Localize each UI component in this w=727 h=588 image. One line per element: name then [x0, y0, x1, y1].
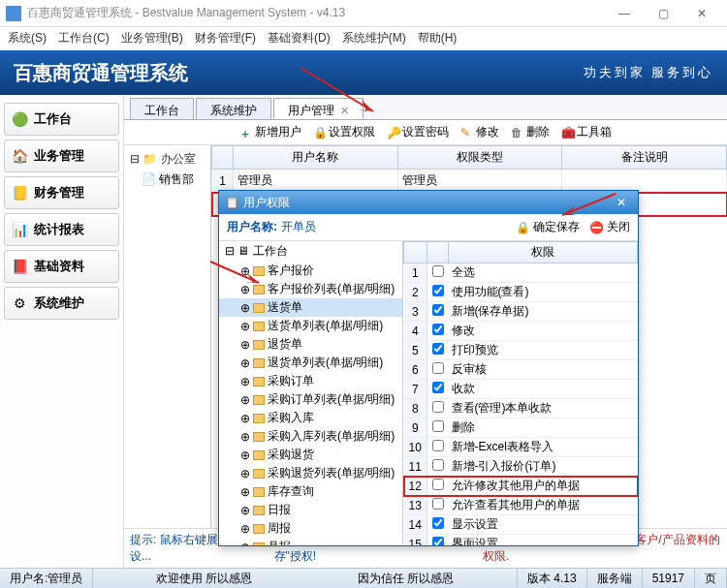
status-bar: 用户名:管理员 欢迎使用 所以感恩 因为信任 所以感恩 版本 4.13 服务端 …	[0, 568, 727, 588]
dept-tree[interactable]: ⊟ 📁 办公室 📄 销售部	[124, 145, 211, 568]
perm-row[interactable]: 11新增-引入报价(订单)	[404, 457, 638, 477]
perm-tree-item[interactable]: ⊕库存查询	[219, 482, 402, 501]
menu-4[interactable]: 基础资料(D)	[262, 27, 336, 50]
close-button[interactable]: ✕	[682, 0, 721, 27]
perm-tree-item[interactable]: ⊕日报	[219, 501, 402, 519]
sidebar-item-4[interactable]: 📕基础资料	[4, 250, 119, 283]
perm-tree-item[interactable]: ⊕月报	[219, 538, 402, 545]
window-title: 百惠商贸通管理系统 - Bestvalue Management System …	[27, 5, 605, 21]
sidebar-item-0[interactable]: 🟢工作台	[4, 103, 119, 136]
menubar: 系统(S)工作台(C)业务管理(B)财务管理(F)基础资料(D)系统维护(M)帮…	[0, 27, 727, 50]
sidebar: 🟢工作台🏠业务管理📒财务管理📊统计报表📕基础资料⚙系统维护	[0, 95, 124, 568]
perm-row[interactable]: 9删除	[404, 418, 638, 438]
svg-line-4	[562, 194, 616, 215]
user-name-value: 开单员	[281, 219, 316, 235]
maximize-button[interactable]: ▢	[644, 0, 682, 27]
sidebar-item-5[interactable]: ⚙系统维护	[4, 287, 119, 320]
menu-5[interactable]: 系统维护(M)	[336, 27, 412, 50]
perm-checkbox[interactable]	[432, 479, 444, 490]
svg-marker-1	[359, 100, 373, 111]
sidebar-item-2[interactable]: 📒财务管理	[4, 176, 119, 209]
toolbtn-0[interactable]: ＋新增用户	[239, 124, 301, 140]
perm-tree-item[interactable]: ⊕周报	[219, 519, 402, 538]
perm-row[interactable]: 10新增-Excel表格导入	[404, 438, 638, 457]
perm-tree-item[interactable]: ⊕采购退货	[219, 446, 402, 464]
banner-slogan: 功夫到家 服务到心	[584, 64, 713, 81]
menu-3[interactable]: 财务管理(F)	[189, 27, 262, 50]
status-version: 版本 4.13	[518, 569, 587, 588]
perm-checkbox[interactable]	[432, 537, 444, 545]
status-user: 用户名:管理员	[0, 569, 93, 588]
perm-tree-item[interactable]: ⊕采购入库	[219, 409, 402, 427]
perm-tree-item[interactable]: ⊕采购入库列表(单据/明细)	[219, 427, 402, 446]
menu-6[interactable]: 帮助(H)	[412, 27, 463, 50]
perm-checkbox[interactable]	[432, 459, 444, 471]
tab-0[interactable]: 工作台	[130, 98, 194, 119]
status-pages: 页	[695, 569, 727, 588]
perm-checkbox[interactable]	[432, 440, 444, 451]
perm-tree-item[interactable]: ⊕采购退货列表(单据/明细)	[219, 464, 402, 482]
menu-0[interactable]: 系统(S)	[2, 27, 52, 50]
svg-line-0	[300, 68, 373, 111]
app-icon	[6, 6, 21, 21]
sidebar-item-3[interactable]: 📊统计报表	[4, 213, 119, 246]
banner-title: 百惠商贸通管理系统	[14, 60, 188, 86]
sidebar-item-1[interactable]: 🏠业务管理	[4, 139, 119, 172]
perm-checkbox[interactable]	[432, 517, 444, 529]
menu-1[interactable]: 工作台(C)	[52, 27, 115, 50]
status-server: 服务端	[587, 569, 643, 588]
user-name-label: 用户名称:	[227, 219, 277, 235]
perm-row[interactable]: 13允许查看其他用户的单据	[404, 496, 638, 515]
perm-checkbox[interactable]	[432, 420, 444, 432]
menu-2[interactable]: 业务管理(B)	[115, 27, 189, 50]
perm-checkbox[interactable]	[432, 498, 444, 510]
perm-row[interactable]: 12允许修改其他用户的单据	[404, 477, 638, 496]
status-count: 51917	[643, 569, 695, 588]
lock-icon: 🔒	[516, 221, 530, 234]
minimize-button[interactable]: —	[605, 0, 644, 27]
tab-1[interactable]: 系统维护	[196, 98, 271, 119]
perm-row[interactable]: 15界面设置	[404, 535, 638, 546]
perm-row[interactable]: 14显示设置	[404, 515, 638, 535]
